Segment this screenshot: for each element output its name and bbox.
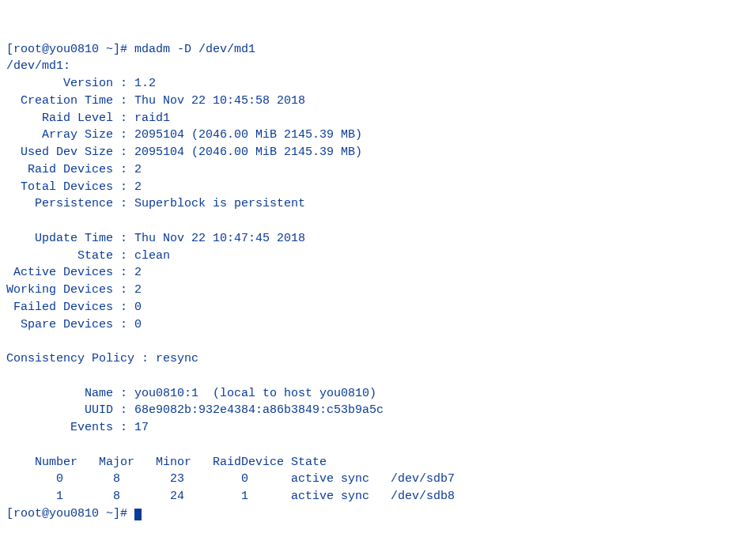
update-time-value: Thu Nov 22 10:47:45 2018 [127, 232, 305, 245]
persistence-value: Superblock is persistent [127, 197, 305, 210]
working-devices-label: Working Devices : [6, 283, 127, 297]
cursor-icon [134, 509, 142, 520]
state-value: clean [127, 249, 170, 263]
prompt-line: [root@you0810 ~]# mdadm -D /dev/md1 [6, 43, 255, 56]
version-label: Version : [6, 77, 127, 90]
uuid-value: 68e9082b:932e4384:a86b3849:c53b9a5c [127, 403, 384, 417]
device-header: /dev/md1: [6, 59, 70, 73]
total-devices-value: 2 [127, 180, 142, 194]
raid-devices-value: 2 [127, 163, 142, 176]
table-row: 1 8 24 1 active sync /dev/sdb8 [6, 490, 455, 503]
table-row: 0 8 23 0 active sync /dev/sdb7 [6, 472, 455, 486]
consistency-policy-label: Consistency Policy : [6, 352, 149, 365]
events-label: Events : [6, 421, 127, 434]
creation-time-label: Creation Time : [6, 94, 127, 108]
total-devices-label: Total Devices : [6, 180, 127, 194]
spare-devices-label: Spare Devices : [6, 318, 127, 331]
update-time-label: Update Time : [6, 232, 127, 245]
version-value: 1.2 [127, 77, 156, 90]
failed-devices-label: Failed Devices : [6, 301, 127, 314]
failed-devices-value: 0 [127, 301, 142, 314]
active-devices-value: 2 [127, 266, 142, 279]
name-label: Name : [6, 387, 127, 400]
creation-time-value: Thu Nov 22 10:45:58 2018 [127, 94, 305, 108]
persistence-label: Persistence : [6, 197, 127, 210]
state-label: State : [6, 249, 127, 263]
raid-devices-label: Raid Devices : [6, 163, 127, 176]
used-dev-size-value: 2095104 (2046.00 MiB 2145.39 MB) [127, 146, 362, 159]
device-table-header: Number Major Minor RaidDevice State [6, 456, 327, 469]
spare-devices-value: 0 [127, 318, 142, 331]
name-value: you0810:1 (local to host you0810) [127, 387, 376, 400]
active-devices-label: Active Devices : [6, 266, 127, 279]
trailing-prompt[interactable]: [root@you0810 ~]# [6, 507, 134, 520]
uuid-label: UUID : [6, 403, 127, 417]
array-size-label: Array Size : [6, 128, 127, 142]
raid-level-value: raid1 [127, 112, 170, 125]
array-size-value: 2095104 (2046.00 MiB 2145.39 MB) [127, 128, 362, 142]
raid-level-label: Raid Level : [6, 112, 127, 125]
used-dev-size-label: Used Dev Size : [6, 146, 127, 159]
events-value: 17 [127, 421, 149, 434]
working-devices-value: 2 [127, 283, 142, 297]
consistency-policy-value: resync [149, 352, 198, 365]
